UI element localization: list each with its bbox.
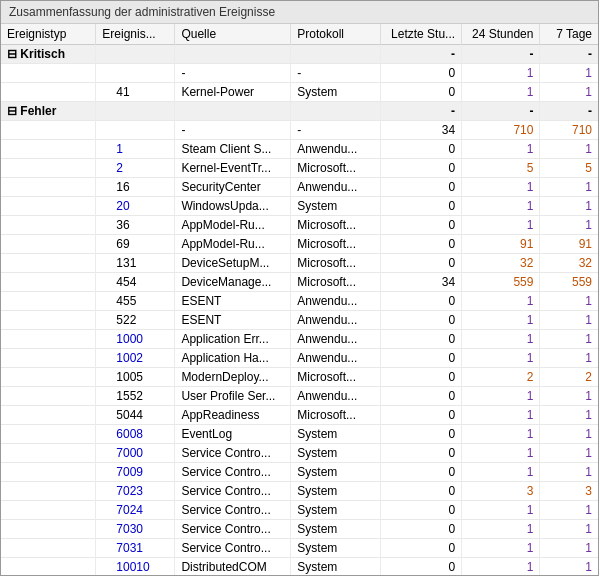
table-row[interactable]: 454DeviceManage...Microsoft...34559559 — [1, 273, 598, 292]
table-row[interactable]: 131DeviceSetupM...Microsoft...03232 — [1, 254, 598, 273]
table-row[interactable]: 1002Application Ha...Anwendu...011 — [1, 349, 598, 368]
quelle-cell: Steam Client S... — [175, 140, 291, 159]
table-header-row: Ereignistyp Ereignis... Quelle Protokoll… — [1, 24, 598, 45]
ereignisid-cell: 5044 — [96, 406, 175, 425]
ereignistyp-cell — [1, 273, 96, 292]
letzte-cell: 34 — [380, 121, 461, 140]
col-header-protokoll[interactable]: Protokoll — [291, 24, 381, 45]
col-header-24h[interactable]: 24 Stunden — [462, 24, 540, 45]
ereignistyp-cell — [1, 83, 96, 102]
table-row[interactable]: ⊟ Kritisch--- — [1, 45, 598, 64]
section-cell: - — [462, 45, 540, 64]
ereignistyp-cell — [1, 159, 96, 178]
ereignisid-cell: 7009 — [96, 463, 175, 482]
24h-cell: 2 — [462, 368, 540, 387]
section-cell — [175, 45, 291, 64]
table-container[interactable]: Ereignistyp Ereignis... Quelle Protokoll… — [1, 24, 598, 575]
ereignisid-cell: 16 — [96, 178, 175, 197]
table-row[interactable]: 36AppModel-Ru...Microsoft...011 — [1, 216, 598, 235]
quelle-cell: Kernel-Power — [175, 83, 291, 102]
ereignistyp-cell — [1, 140, 96, 159]
table-row[interactable]: 1Steam Client S...Anwendu...011 — [1, 140, 598, 159]
section-cell — [96, 45, 175, 64]
ereignisid-cell — [96, 64, 175, 83]
table-row[interactable]: --34710710 — [1, 121, 598, 140]
protokoll-cell: Anwendu... — [291, 292, 381, 311]
window-title: Zusammenfassung der administrativen Erei… — [9, 5, 275, 19]
table-row[interactable]: 1000Application Err...Anwendu...011 — [1, 330, 598, 349]
col-header-ereignistyp[interactable]: Ereignistyp — [1, 24, 96, 45]
letzte-cell: 0 — [380, 387, 461, 406]
table-row[interactable]: 10010DistributedCOMSystem011 — [1, 558, 598, 576]
section-cell — [175, 102, 291, 121]
ereignistyp-cell — [1, 558, 96, 576]
table-row[interactable]: 7023Service Contro...System033 — [1, 482, 598, 501]
7d-cell: 5 — [540, 159, 598, 178]
ereignisid-cell: 131 — [96, 254, 175, 273]
table-row[interactable]: 7031Service Contro...System011 — [1, 539, 598, 558]
quelle-cell: User Profile Ser... — [175, 387, 291, 406]
protokoll-cell: Anwendu... — [291, 330, 381, 349]
quelle-cell: AppReadiness — [175, 406, 291, 425]
table-row[interactable]: ⊟ Fehler--- — [1, 102, 598, 121]
24h-cell: 1 — [462, 444, 540, 463]
table-row[interactable]: 455ESENTAnwendu...011 — [1, 292, 598, 311]
24h-cell: 3 — [462, 482, 540, 501]
table-row[interactable]: 20WindowsUpda...System011 — [1, 197, 598, 216]
ereignisid-cell: 41 — [96, 83, 175, 102]
table-row[interactable]: 7024Service Contro...System011 — [1, 501, 598, 520]
quelle-cell: Service Contro... — [175, 444, 291, 463]
table-row[interactable]: 6008EventLogSystem011 — [1, 425, 598, 444]
protokoll-cell: Anwendu... — [291, 349, 381, 368]
table-row[interactable]: 7009Service Contro...System011 — [1, 463, 598, 482]
table-row[interactable]: 16SecurityCenterAnwendu...011 — [1, 178, 598, 197]
7d-cell: 1 — [540, 387, 598, 406]
table-row[interactable]: --011 — [1, 64, 598, 83]
letzte-cell: 0 — [380, 216, 461, 235]
letzte-cell: 0 — [380, 330, 461, 349]
table-row[interactable]: 7030Service Contro...System011 — [1, 520, 598, 539]
24h-cell: 1 — [462, 311, 540, 330]
7d-cell: 32 — [540, 254, 598, 273]
7d-cell: 1 — [540, 292, 598, 311]
protokoll-cell: Microsoft... — [291, 273, 381, 292]
protokoll-cell: System — [291, 482, 381, 501]
24h-cell: 1 — [462, 140, 540, 159]
table-row[interactable]: 1552User Profile Ser...Anwendu...011 — [1, 387, 598, 406]
letzte-cell: 0 — [380, 501, 461, 520]
table-row[interactable]: 5044AppReadinessMicrosoft...011 — [1, 406, 598, 425]
table-row[interactable]: 522ESENTAnwendu...011 — [1, 311, 598, 330]
quelle-cell: Service Contro... — [175, 463, 291, 482]
col-header-letzte[interactable]: Letzte Stu... — [380, 24, 461, 45]
quelle-cell: - — [175, 64, 291, 83]
protokoll-cell: Microsoft... — [291, 235, 381, 254]
ereignisid-cell: 6008 — [96, 425, 175, 444]
24h-cell: 1 — [462, 83, 540, 102]
7d-cell: 1 — [540, 140, 598, 159]
24h-cell: 1 — [462, 558, 540, 576]
ereignistyp-cell — [1, 254, 96, 273]
ereignisid-cell: 2 — [96, 159, 175, 178]
ereignisid-cell: 1000 — [96, 330, 175, 349]
col-header-ereignisid[interactable]: Ereignis... — [96, 24, 175, 45]
table-row[interactable]: 69AppModel-Ru...Microsoft...09191 — [1, 235, 598, 254]
24h-cell: 1 — [462, 387, 540, 406]
table-row[interactable]: 1005ModernDeploy...Microsoft...022 — [1, 368, 598, 387]
ereignisid-cell: 522 — [96, 311, 175, 330]
24h-cell: 1 — [462, 501, 540, 520]
section-cell: - — [380, 102, 461, 121]
col-header-7d[interactable]: 7 Tage — [540, 24, 598, 45]
letzte-cell: 0 — [380, 235, 461, 254]
table-row[interactable]: 7000Service Contro...System011 — [1, 444, 598, 463]
col-header-quelle[interactable]: Quelle — [175, 24, 291, 45]
letzte-cell: 0 — [380, 444, 461, 463]
ereignisid-cell: 7031 — [96, 539, 175, 558]
7d-cell: 1 — [540, 444, 598, 463]
24h-cell: 1 — [462, 64, 540, 83]
7d-cell: 2 — [540, 368, 598, 387]
table-row[interactable]: 41Kernel-PowerSystem011 — [1, 83, 598, 102]
ereignisid-cell: 7023 — [96, 482, 175, 501]
ereignisid-cell: 36 — [96, 216, 175, 235]
table-row[interactable]: 2Kernel-EventTr...Microsoft...055 — [1, 159, 598, 178]
7d-cell: 1 — [540, 83, 598, 102]
